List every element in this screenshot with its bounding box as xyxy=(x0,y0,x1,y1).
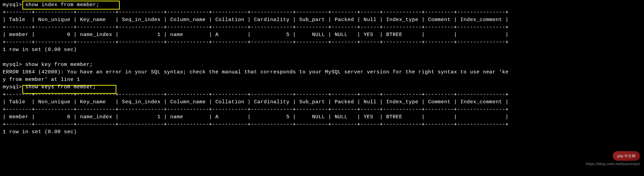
command-show-index: show index from member; xyxy=(25,2,100,8)
table-border: +--------+------------+------------+----… xyxy=(3,10,509,15)
command-show-key: show key from member; xyxy=(25,62,93,68)
prompt: mysql> xyxy=(3,62,22,68)
table-row: | member | 0 | name_index | 1 | name | A… xyxy=(3,32,509,38)
table-row: | member | 0 | name_index | 1 | name | A… xyxy=(3,114,509,120)
error-line-1: ERROR 1064 (42000): You have an error in… xyxy=(3,69,509,75)
prompt: mysql> xyxy=(3,84,22,90)
table-border: +--------+------------+------------+----… xyxy=(3,92,509,98)
row-summary: 1 row in set (0.00 sec) xyxy=(3,47,77,53)
table-border: +--------+------------+------------+----… xyxy=(3,107,509,112)
table-border: +--------+------------+------------+----… xyxy=(3,122,509,127)
row-summary: 1 row in set (0.00 sec) xyxy=(3,129,77,135)
table-header: | Table | Non_unique | Key_name | Seq_in… xyxy=(3,17,509,23)
watermark-url: https://blog.csdn.net/panrenjun xyxy=(586,162,640,166)
watermark-logo-text: php 中文网 xyxy=(617,154,636,159)
watermark-logo: php 中文网 xyxy=(613,151,640,161)
prompt: mysql> xyxy=(3,2,22,8)
table-border: +--------+------------+------------+----… xyxy=(3,39,509,45)
table-header: | Table | Non_unique | Key_name | Seq_in… xyxy=(3,99,509,105)
command-show-keys: show keys from member; xyxy=(25,84,96,90)
terminal-output[interactable]: mysql> show index from member; +--------… xyxy=(0,0,644,137)
table-border: +--------+------------+------------+----… xyxy=(3,24,509,30)
error-line-2: y from member' at line 1 xyxy=(3,77,80,83)
